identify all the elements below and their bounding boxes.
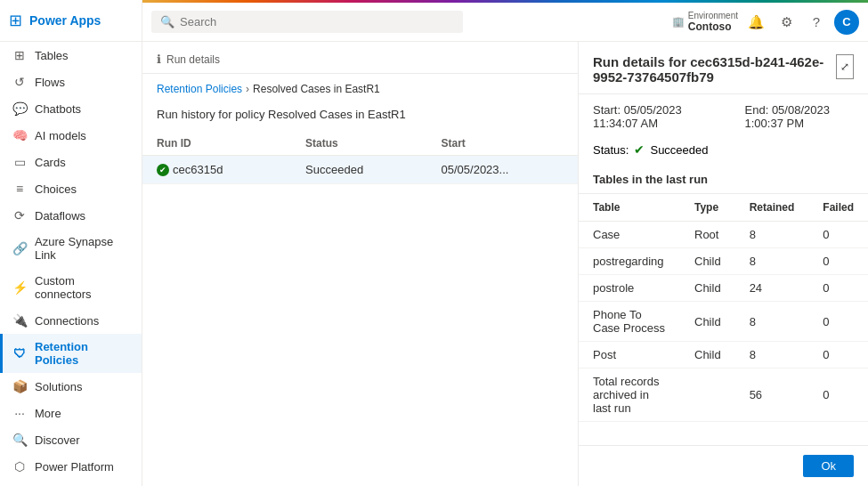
retained-cell: 8 bbox=[735, 248, 809, 275]
info-icon: ℹ bbox=[157, 53, 161, 66]
close-button[interactable]: ⤢ bbox=[836, 54, 854, 79]
run-detail-title: Run details for cec6315d-b241-462e-9952-… bbox=[593, 54, 836, 85]
breadcrumb-separator: › bbox=[246, 83, 249, 95]
table-name-cell: Post bbox=[579, 342, 680, 369]
sidebar-item-chatbots[interactable]: 💬 Chatbots bbox=[0, 95, 142, 122]
sidebar-item-ask-virtual-agent[interactable]: ? Ask a virtual agent bbox=[0, 480, 142, 486]
main-content: ℹ Run details Retention Policies › Resol… bbox=[142, 42, 868, 486]
sidebar-item-flows[interactable]: ↺ Flows bbox=[0, 69, 142, 95]
failed-cell: 0 bbox=[808, 222, 868, 248]
label-tables: Tables bbox=[35, 49, 69, 62]
type-cell: Root bbox=[680, 222, 735, 248]
col-status: Status bbox=[291, 132, 426, 156]
breadcrumb-parent[interactable]: Retention Policies bbox=[157, 83, 242, 95]
icon-choices: ≡ bbox=[12, 182, 28, 196]
retained-cell: 24 bbox=[735, 275, 809, 302]
table-name-cell: Total records archived in last run bbox=[579, 369, 680, 422]
icon-power-platform: ⬡ bbox=[12, 459, 28, 474]
environment-badge: 🏢 Environment Contoso bbox=[672, 11, 738, 33]
label-azure-synapse: Azure Synapse Link bbox=[35, 235, 133, 262]
start-label: Start: bbox=[593, 103, 621, 117]
app-name: Power Apps bbox=[29, 13, 101, 28]
label-choices: Choices bbox=[35, 182, 77, 196]
icon-dataflows: ⟳ bbox=[12, 208, 28, 223]
env-label: Environment bbox=[688, 11, 738, 20]
col-table: Table bbox=[579, 194, 680, 222]
search-input[interactable] bbox=[180, 15, 454, 28]
failed-cell: 0 bbox=[808, 369, 868, 422]
avatar[interactable]: C bbox=[834, 10, 859, 35]
table-name-cell: postregarding bbox=[579, 248, 680, 275]
notifications-icon[interactable]: 🔔 bbox=[743, 10, 768, 35]
icon-solutions: 📦 bbox=[12, 379, 28, 393]
ok-button[interactable]: Ok bbox=[803, 455, 854, 477]
breadcrumb: Retention Policies › Resolved Cases in E… bbox=[142, 74, 578, 101]
sidebar-item-discover[interactable]: 🔍 Discover bbox=[0, 426, 142, 453]
sidebar-item-power-platform[interactable]: ⬡ Power Platform bbox=[0, 453, 142, 480]
sidebar-item-more[interactable]: ··· More bbox=[0, 400, 142, 426]
label-solutions: Solutions bbox=[35, 380, 82, 393]
details-table: Table Type Retained Failed Case Root 8 0… bbox=[579, 194, 868, 422]
failed-cell: 0 bbox=[808, 275, 868, 302]
run-meta: Start: 05/05/2023 11:34:07 AM End: 05/08… bbox=[579, 94, 868, 139]
start-info: Start: 05/05/2023 11:34:07 AM bbox=[593, 103, 710, 130]
sidebar-item-choices[interactable]: ≡ Choices bbox=[0, 175, 142, 202]
col-failed: Failed bbox=[808, 194, 868, 222]
panel-right-header: Run details for cec6315d-b241-462e-9952-… bbox=[579, 42, 868, 94]
success-icon: ✔ bbox=[634, 142, 645, 157]
icon-flows: ↺ bbox=[12, 75, 28, 89]
sidebar-item-solutions[interactable]: 📦 Solutions bbox=[0, 373, 142, 400]
icon-connections: 🔌 bbox=[12, 313, 28, 328]
type-cell: Child bbox=[680, 342, 735, 369]
type-cell: Child bbox=[680, 275, 735, 302]
run-status: Status: ✔ Succeeded bbox=[579, 139, 868, 166]
icon-cards: ▭ bbox=[12, 155, 28, 169]
failed-cell: 0 bbox=[808, 302, 868, 342]
end-info: End: 05/08/2023 1:00:37 PM bbox=[745, 103, 854, 130]
panel-left: ℹ Run details Retention Policies › Resol… bbox=[142, 42, 579, 486]
topbar-right: 🏢 Environment Contoso 🔔 ⚙ ? C bbox=[672, 10, 859, 35]
label-discover: Discover bbox=[35, 433, 80, 447]
sidebar-item-cards[interactable]: ▭ Cards bbox=[0, 149, 142, 175]
sidebar-item-connections[interactable]: 🔌 Connections bbox=[0, 307, 142, 334]
col-start: Start bbox=[427, 132, 578, 156]
run-id-cell: ✔ cec6315d bbox=[142, 156, 291, 184]
topbar: 🔍 🏢 Environment Contoso 🔔 ⚙ ? C bbox=[142, 3, 868, 42]
col-retained: Retained bbox=[735, 194, 809, 222]
settings-icon[interactable]: ⚙ bbox=[774, 10, 799, 35]
col-type: Type bbox=[680, 194, 735, 222]
run-history-title: Run history for policy Resolved Cases in… bbox=[142, 101, 578, 132]
status-dot: ✔ bbox=[157, 164, 169, 176]
table-name-cell: postrole bbox=[579, 275, 680, 302]
sidebar: ⊞ Power Apps ⊞ Tables↺ Flows💬 Chatbots🧠 … bbox=[0, 0, 142, 486]
breadcrumb-current: Resolved Cases in EastR1 bbox=[253, 83, 380, 95]
icon-custom-connectors: ⚡ bbox=[12, 280, 28, 295]
icon-retention-policies: 🛡 bbox=[12, 346, 28, 360]
table-row[interactable]: ✔ cec6315d Succeeded 05/05/2023... bbox=[142, 156, 578, 184]
label-connections: Connections bbox=[35, 314, 99, 328]
search-box[interactable]: 🔍 bbox=[151, 11, 463, 33]
help-icon[interactable]: ? bbox=[804, 10, 829, 35]
sidebar-item-dataflows[interactable]: ⟳ Dataflows bbox=[0, 202, 142, 229]
sidebar-item-azure-synapse[interactable]: 🔗 Azure Synapse Link bbox=[0, 229, 142, 268]
run-details-label: Run details bbox=[166, 53, 220, 66]
sidebar-item-tables[interactable]: ⊞ Tables bbox=[0, 42, 142, 69]
table-row: postregarding Child 8 0 bbox=[579, 248, 868, 275]
icon-azure-synapse: 🔗 bbox=[12, 241, 28, 255]
failed-cell: 0 bbox=[808, 248, 868, 275]
label-cards: Cards bbox=[35, 156, 66, 169]
retained-cell: 8 bbox=[735, 342, 809, 369]
search-icon: 🔍 bbox=[160, 15, 174, 28]
table-name-cell: Case bbox=[579, 222, 680, 248]
table-row: Post Child 8 0 bbox=[579, 342, 868, 369]
sidebar-item-ai-models[interactable]: 🧠 AI models bbox=[0, 122, 142, 149]
table-row: Case Root 8 0 bbox=[579, 222, 868, 248]
sidebar-item-retention-policies[interactable]: 🛡 Retention Policies bbox=[0, 334, 142, 373]
end-label: End: bbox=[745, 103, 769, 117]
table-row: postrole Child 24 0 bbox=[579, 275, 868, 302]
label-dataflows: Dataflows bbox=[35, 209, 85, 223]
sidebar-item-custom-connectors[interactable]: ⚡ Custom connectors bbox=[0, 268, 142, 307]
icon-discover: 🔍 bbox=[12, 433, 28, 447]
run-details-header: ℹ Run details bbox=[142, 42, 578, 74]
table-name-cell: Phone To Case Process bbox=[579, 302, 680, 342]
